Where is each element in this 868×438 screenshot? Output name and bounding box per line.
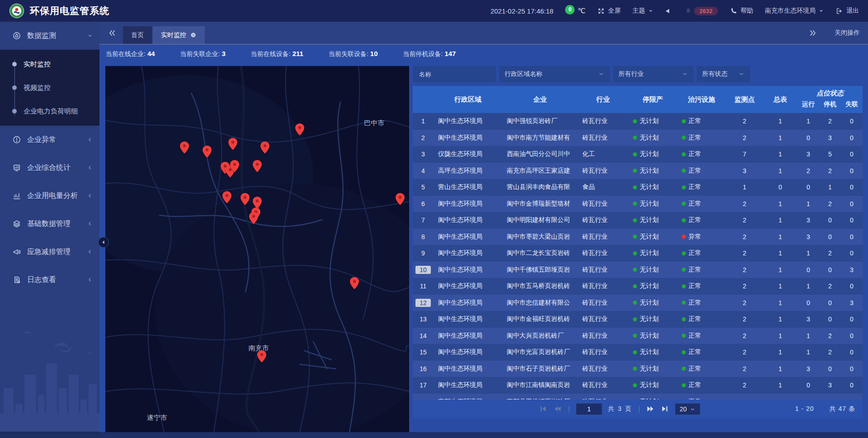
map-pin-icon[interactable] xyxy=(257,350,266,363)
region-cell: 阆中生态环境局 xyxy=(434,365,502,373)
monitor-points-cell: 2 xyxy=(726,200,763,207)
lost-cell: 0 xyxy=(841,365,863,372)
map-pin-icon[interactable] xyxy=(253,160,262,172)
record-range-label: 1 - 20 xyxy=(795,405,814,413)
row-index: 11 xyxy=(413,283,434,290)
map-pin-icon[interactable] xyxy=(180,141,189,154)
sidebar-collapse-button[interactable] xyxy=(98,237,109,248)
map-pin-icon[interactable] xyxy=(203,146,212,158)
table-row[interactable]: 12阆中生态环境局阆中市忠信建材有限公砖瓦行业无计划正常21003 xyxy=(413,295,863,311)
company-cell: 阆中市五马桥页岩机砖 xyxy=(502,282,578,290)
industry-cell: 砖瓦行业 xyxy=(578,266,628,274)
sidebar-item-label: 日志查看 xyxy=(27,275,56,285)
tab-realtime-monitor[interactable]: 实时监控 xyxy=(153,26,205,44)
sidebar-subitem-0[interactable]: 实时监控 xyxy=(0,52,99,76)
map-pin-icon[interactable] xyxy=(241,193,250,205)
tab-home[interactable]: 首页 xyxy=(123,26,152,44)
map-pin-icon[interactable] xyxy=(230,160,239,172)
monitor-points-cell: 2 xyxy=(726,365,763,372)
sidebar-item-label: 基础数据管理 xyxy=(27,219,71,229)
region-filter-select[interactable]: 行政区域名称 xyxy=(499,66,610,82)
sidebar-item-2[interactable]: 企业综合统计 xyxy=(0,154,99,182)
page-size-select[interactable]: 20 xyxy=(675,403,700,415)
table-row[interactable]: 11阆中生态环境局阆中市五马桥页岩机砖砖瓦行业无计划正常21120 xyxy=(413,278,863,295)
chevron-left-icon xyxy=(86,164,94,171)
monitor-points-cell: 2 xyxy=(726,283,763,290)
sidebar-item-5[interactable]: 应急减排管理 xyxy=(0,238,99,266)
sidebar-item-6[interactable]: 日志查看 xyxy=(0,266,99,294)
map-pin-icon[interactable] xyxy=(228,138,237,150)
map-pin-icon[interactable] xyxy=(350,277,359,289)
table-row[interactable]: 1阆中生态环境局阆中强锐页岩砖厂砖瓦行业无计划正常21120 xyxy=(413,113,863,130)
table-row[interactable]: 6阆中生态环境局阆中市金博瑞新型墙材砖瓦行业无计划正常21120 xyxy=(413,196,863,212)
company-cell: 阆中市南方节能建材有 xyxy=(502,134,578,142)
map-canvas[interactable] xyxy=(105,66,409,432)
lost-cell: 0 xyxy=(841,134,863,141)
table-row[interactable]: 13阆中生态环境局阆中市金福旺页岩机砖砖瓦行业无计划正常21300 xyxy=(413,311,863,328)
tabs-scroll-left-button[interactable] xyxy=(108,28,117,38)
name-filter-input[interactable] xyxy=(418,71,491,78)
map-pin-icon[interactable] xyxy=(295,123,304,136)
status-dot xyxy=(682,218,686,222)
stopped-cell: 0 xyxy=(819,365,841,372)
sound-button[interactable] xyxy=(665,7,673,15)
last-page-button[interactable] xyxy=(660,405,669,413)
tabs-scroll-right-button[interactable] xyxy=(808,28,817,38)
theme-dropdown[interactable]: 主题 xyxy=(632,7,653,15)
table-row[interactable]: 15阆中生态环境局阆中市光富页岩机砖厂砖瓦行业无计划正常21120 xyxy=(413,344,863,361)
fullscreen-button[interactable]: 全屏 xyxy=(597,7,621,15)
status-dot xyxy=(633,218,637,222)
table-row[interactable]: 7阆中生态环境局阆中明阳建材有限公司砖瓦行业无计划正常21300 xyxy=(413,212,863,229)
status-filter-select[interactable]: 所有状态 xyxy=(697,66,750,82)
logout-button[interactable]: 退出 xyxy=(835,7,859,15)
stopped-cell: 2 xyxy=(819,250,841,257)
page-number-input[interactable] xyxy=(576,403,602,415)
org-dropdown[interactable]: 南充市生态环境局 xyxy=(765,7,824,15)
table-row[interactable]: 18南部生态环境局南部县双佛镇页岩砖厂砖瓦行业无计划正常21030 xyxy=(413,394,863,400)
notifications-button[interactable]: 2632 xyxy=(684,7,718,15)
chevron-left-icon xyxy=(86,276,94,283)
lost-cell: 0 xyxy=(841,151,863,158)
close-icon[interactable] xyxy=(190,32,197,38)
previous-page-button[interactable] xyxy=(553,405,562,413)
map-pin-icon[interactable] xyxy=(396,193,405,205)
map-pin-icon[interactable] xyxy=(260,141,269,154)
table-row[interactable]: 16阆中生态环境局阆中市石子页岩机砖厂砖瓦行业无计划正常21300 xyxy=(413,361,863,377)
close-operations-button[interactable]: 关闭操作 xyxy=(835,29,860,37)
pollution-facility-cell: 异常 xyxy=(677,233,726,241)
running-cell: 1 xyxy=(797,200,819,207)
industry-filter-select[interactable]: 所有行业 xyxy=(613,66,693,82)
page-title: 环保用电监管系统 xyxy=(30,5,109,17)
industry-cell: 砖瓦行业 xyxy=(578,315,628,323)
next-page-button[interactable] xyxy=(646,405,655,413)
total-pages-label: 共 3 页 xyxy=(608,405,632,413)
table-row[interactable]: 9阆中生态环境局阆中市二龙长宝页岩砖砖瓦行业无计划正常21120 xyxy=(413,245,863,262)
status-dot xyxy=(682,317,686,321)
sub-column-header: 失联 xyxy=(841,100,863,108)
sidebar-subitem-2[interactable]: 企业电力负荷明细 xyxy=(0,99,99,123)
sidebar-item-1[interactable]: 企业异常 xyxy=(0,126,99,154)
map-pin-icon[interactable] xyxy=(249,212,258,224)
sidebar-item-0[interactable]: 数据监测 xyxy=(0,22,99,50)
map-pin-icon[interactable] xyxy=(222,191,231,203)
pollution-facility-cell: 正常 xyxy=(677,381,726,389)
help-button[interactable]: 帮助 xyxy=(730,7,753,15)
row-index: 6 xyxy=(413,200,434,207)
table-row[interactable]: 10阆中生态环境局阆中千佛镇五郎垭页岩砖瓦行业无计划正常21003 xyxy=(413,262,863,278)
monitor-points-cell: 2 xyxy=(726,118,763,125)
table-row[interactable]: 5营山生态环境局营山县润丰肉食品有限食品无计划正常10010 xyxy=(413,179,863,196)
table-row[interactable]: 2阆中生态环境局阆中市南方节能建材有砖瓦行业无计划正常21030 xyxy=(413,130,863,146)
sidebar-item-3[interactable]: 企业用电量分析 xyxy=(0,182,99,210)
table-row[interactable]: 17阆中生态环境局阆中市江南镇阆南页岩砖瓦行业无计划正常21030 xyxy=(413,377,863,394)
stat-当前失联设备: 当前失联设备:10 xyxy=(329,50,378,58)
table-row[interactable]: 3仪陇生态环境局西南油气田分公司川中化工无计划正常71350 xyxy=(413,146,863,163)
table-row[interactable]: 8阆中生态环境局阆中市枣碧大梁山页岩砖瓦行业无计划异常21300 xyxy=(413,229,863,245)
map-pin-icon[interactable] xyxy=(253,197,262,209)
table-row[interactable]: 4高坪生态环境局南充市高坪区王家店建砖瓦行业无计划正常31220 xyxy=(413,163,863,179)
table-row[interactable]: 14阆中生态环境局阆中大兴页岩机砖厂砖瓦行业无计划正常21120 xyxy=(413,328,863,344)
first-page-button[interactable] xyxy=(539,405,547,413)
sidebar-subitem-1[interactable]: 视频监控 xyxy=(0,76,99,99)
table-panel: 行政区域名称 所有行业 所有状态 行政区域企业行业停限 xyxy=(413,66,863,418)
stopped-cell: 2 xyxy=(819,283,841,290)
sidebar-item-4[interactable]: 基础数据管理 xyxy=(0,210,99,238)
